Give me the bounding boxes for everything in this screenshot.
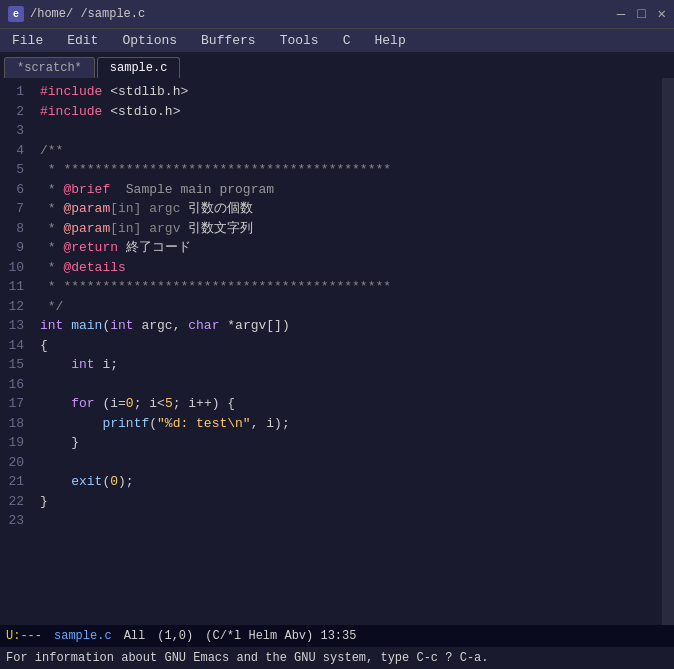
titlebar-path: /home/ /sample.c [30, 7, 145, 21]
line-num-15: 15 [8, 355, 28, 375]
menu-help[interactable]: Help [370, 33, 409, 48]
line-num-6: 6 [8, 180, 28, 200]
code-line-9: * @return 終了コード [40, 238, 662, 258]
line-num-4: 4 [8, 141, 28, 161]
code-line-23 [40, 511, 662, 531]
status-filename: sample.c [54, 629, 112, 643]
status-mode: U:--- [6, 629, 42, 643]
line-num-22: 22 [8, 492, 28, 512]
code-line-13: int main(int argc, char *argv[]) [40, 316, 662, 336]
code-line-7: * @param[in] argc 引数の個数 [40, 199, 662, 219]
infobar-text: For information about GNU Emacs and the … [6, 651, 488, 665]
line-num-20: 20 [8, 453, 28, 473]
menu-c[interactable]: C [339, 33, 355, 48]
code-line-11: * **************************************… [40, 277, 662, 297]
line-num-23: 23 [8, 511, 28, 531]
line-num-19: 19 [8, 433, 28, 453]
app-icon: e [8, 6, 24, 22]
tab-scratch[interactable]: *scratch* [4, 57, 95, 78]
menu-tools[interactable]: Tools [276, 33, 323, 48]
tabbar: *scratch* sample.c [0, 52, 674, 78]
code-line-22: } [40, 492, 662, 512]
line-num-18: 18 [8, 414, 28, 434]
code-line-16 [40, 375, 662, 395]
status-position: (1,0) [157, 629, 193, 643]
line-num-13: 13 [8, 316, 28, 336]
line-num-14: 14 [8, 336, 28, 356]
line-num-7: 7 [8, 199, 28, 219]
line-num-2: 2 [8, 102, 28, 122]
code-line-2: #include <stdio.h> [40, 102, 662, 122]
minimize-button[interactable]: — [617, 7, 625, 21]
code-line-20 [40, 453, 662, 473]
line-num-21: 21 [8, 472, 28, 492]
line-num-12: 12 [8, 297, 28, 317]
maximize-button[interactable]: □ [637, 7, 645, 21]
code-line-14: { [40, 336, 662, 356]
code-line-5: * **************************************… [40, 160, 662, 180]
scrollbar[interactable] [662, 78, 674, 625]
code-line-10: * @details [40, 258, 662, 278]
line-num-1: 1 [8, 82, 28, 102]
code-line-1: #include <stdlib.h> [40, 82, 662, 102]
menu-file[interactable]: File [8, 33, 47, 48]
status-all: All [124, 629, 146, 643]
code-line-17: for (i=0; i<5; i++) { [40, 394, 662, 414]
line-num-3: 3 [8, 121, 28, 141]
code-area[interactable]: #include <stdlib.h> #include <stdio.h> /… [36, 78, 662, 625]
code-line-15: int i; [40, 355, 662, 375]
line-num-8: 8 [8, 219, 28, 239]
code-line-8: * @param[in] argv 引数文字列 [40, 219, 662, 239]
line-num-16: 16 [8, 375, 28, 395]
close-button[interactable]: ✕ [658, 7, 666, 21]
code-line-21: exit(0); [40, 472, 662, 492]
titlebar: e /home/ /sample.c — □ ✕ [0, 0, 674, 28]
line-num-9: 9 [8, 238, 28, 258]
code-line-19: } [40, 433, 662, 453]
tab-sample-c[interactable]: sample.c [97, 57, 181, 78]
editor: 1 2 3 4 5 6 7 8 9 10 11 12 13 14 15 16 1… [0, 78, 674, 625]
titlebar-controls: — □ ✕ [617, 7, 666, 21]
code-line-6: * @brief Sample main program [40, 180, 662, 200]
code-line-12: */ [40, 297, 662, 317]
code-line-3 [40, 121, 662, 141]
titlebar-left: e /home/ /sample.c [8, 6, 145, 22]
code-line-18: printf("%d: test\n", i); [40, 414, 662, 434]
line-num-17: 17 [8, 394, 28, 414]
line-num-10: 10 [8, 258, 28, 278]
infobar: For information about GNU Emacs and the … [0, 647, 674, 669]
line-numbers: 1 2 3 4 5 6 7 8 9 10 11 12 13 14 15 16 1… [0, 78, 36, 625]
statusbar: U:--- sample.c All (1,0) (C/*l Helm Abv)… [0, 625, 674, 647]
status-extra: (C/*l Helm Abv) 13:35 [205, 629, 356, 643]
line-num-5: 5 [8, 160, 28, 180]
menu-options[interactable]: Options [118, 33, 181, 48]
menu-buffers[interactable]: Buffers [197, 33, 260, 48]
line-num-11: 11 [8, 277, 28, 297]
menubar: File Edit Options Buffers Tools C Help [0, 28, 674, 52]
menu-edit[interactable]: Edit [63, 33, 102, 48]
code-line-4: /** [40, 141, 662, 161]
